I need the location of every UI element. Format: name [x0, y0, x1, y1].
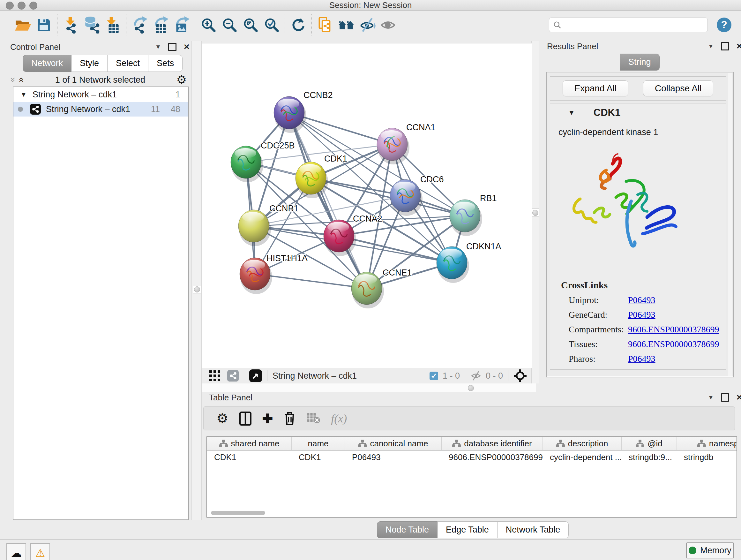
column-header-name[interactable]: name — [292, 437, 345, 450]
cdk1-section-header[interactable]: ▼ CDK1 — [550, 104, 726, 122]
table-row[interactable]: CDK1CDK1P064939606.ENSP00000378699cyclin… — [207, 450, 737, 464]
delete-table-icon[interactable] — [307, 413, 320, 424]
column-header-shared-name[interactable]: shared name — [207, 437, 292, 450]
fit-selection-crosshair-icon[interactable] — [514, 369, 527, 382]
panel-menu-icon[interactable]: ▼ — [708, 394, 714, 401]
function-builder-icon[interactable]: f(x) — [331, 412, 347, 425]
crosslink-link[interactable]: 9606.ENSP00000378699 — [628, 339, 719, 349]
table-cell[interactable]: stringdb — [677, 452, 737, 462]
tab-sets[interactable]: Sets — [148, 55, 183, 72]
help-button[interactable]: ? — [717, 17, 731, 32]
left-splitter-handle[interactable] — [193, 285, 201, 294]
panel-float-icon[interactable] — [168, 43, 177, 51]
panel-menu-icon[interactable]: ▼ — [708, 43, 714, 50]
show-columns-icon[interactable] — [239, 412, 252, 426]
tab-node-table[interactable]: Node Table — [377, 521, 437, 538]
show-all-eye-button[interactable] — [378, 14, 399, 36]
network-node-CCNB2[interactable]: CCNB2 — [274, 90, 333, 133]
tab-string[interactable]: String — [620, 54, 660, 71]
section-collapse-icon[interactable]: ▼ — [568, 109, 575, 117]
table-cell[interactable]: CDK1 — [207, 452, 292, 462]
cloud-button[interactable]: ☁ — [6, 543, 26, 560]
crosslink-link[interactable]: P06493 — [628, 310, 656, 320]
warnings-button[interactable]: ⚠ — [30, 543, 50, 560]
network-collection-row[interactable]: ▼ String Network – cdk1 1 — [13, 87, 188, 102]
network-row-selected[interactable]: String Network – cdk1 11 48 — [13, 102, 188, 117]
network-node-CCNE1[interactable]: CCNE1 — [351, 268, 412, 308]
panel-close-icon[interactable]: ✕ — [736, 43, 741, 50]
column-header-canonical-name[interactable]: canonical name — [345, 437, 442, 450]
column-header-description[interactable]: description — [543, 437, 622, 450]
panel-menu-icon[interactable]: ▼ — [155, 43, 161, 51]
crosslink-label: Pharos: — [569, 354, 628, 364]
network-share-icon[interactable] — [227, 370, 239, 381]
hide-selected-eye-slash-button[interactable] — [357, 14, 378, 36]
panel-close-icon[interactable]: ✕ — [736, 394, 741, 401]
table-horizontal-scrollbar[interactable] — [211, 511, 265, 515]
tab-edge-table[interactable]: Edge Table — [437, 521, 497, 538]
network-node-RB1[interactable]: RB1 — [450, 193, 497, 236]
selected-checkbox-icon[interactable] — [429, 372, 438, 380]
grid-view-icon[interactable] — [209, 370, 220, 381]
zoom-out-button[interactable] — [219, 14, 240, 36]
import-table-file-button[interactable] — [102, 14, 123, 36]
network-node-CDKN1A[interactable]: CDKN1A — [436, 242, 501, 283]
node-label-CDC6: CDC6 — [420, 175, 444, 184]
birds-eye-view-icon[interactable] — [249, 369, 262, 382]
results-scrollbar[interactable] — [728, 73, 732, 376]
collapse-all-button[interactable]: Collapse All — [643, 80, 713, 97]
search-box[interactable] — [549, 17, 708, 32]
node-table: shared namenamecanonical namedatabase id… — [206, 436, 737, 517]
save-session-button[interactable] — [33, 14, 54, 36]
panel-float-icon[interactable] — [721, 393, 729, 401]
export-network-button[interactable] — [129, 14, 150, 36]
column-header--id[interactable]: @id — [622, 437, 677, 450]
tab-style[interactable]: Style — [71, 55, 108, 72]
control-panel-title: Control Panel — [10, 42, 61, 52]
network-node-CDK1[interactable]: CDK1 — [295, 154, 347, 198]
table-cell[interactable]: P06493 — [345, 452, 442, 462]
network-node-CDC6[interactable]: CDC6 — [390, 175, 444, 216]
crosslink-link[interactable]: P06493 — [628, 295, 656, 305]
expand-all-icon[interactable]: « — [16, 77, 26, 82]
zoom-selected-button[interactable] — [261, 14, 282, 36]
tab-select[interactable]: Select — [108, 55, 148, 72]
import-network-database-button[interactable] — [81, 14, 102, 36]
refresh-button[interactable] — [288, 14, 309, 36]
delete-column-trash-icon[interactable] — [284, 411, 296, 426]
right-splitter-handle[interactable] — [531, 208, 539, 217]
panel-float-icon[interactable] — [721, 42, 729, 51]
search-input[interactable] — [561, 20, 704, 30]
crosslink-link[interactable]: P06493 — [628, 354, 656, 364]
network-options-gear-icon[interactable]: ⚙ — [177, 73, 187, 86]
zoom-fit-button[interactable] — [240, 14, 261, 36]
network-canvas[interactable]: CCNB2CCNA1CDC25BCDK1CDC6RB1CCNB1CCNA2CDK… — [202, 43, 532, 368]
open-session-button[interactable] — [12, 14, 33, 36]
column-header-namespace[interactable]: namespace — [677, 437, 737, 450]
export-table-button[interactable] — [150, 14, 171, 36]
import-network-file-button[interactable] — [60, 14, 81, 36]
duplicate-page-button[interactable] — [315, 14, 336, 36]
crosslink-link[interactable]: 9606.ENSP00000378699 — [628, 324, 719, 334]
network-node-HIST1H1A[interactable]: HIST1H1A — [240, 253, 308, 294]
table-options-gear-icon[interactable]: ⚙ — [216, 411, 228, 426]
collapse-all-icon[interactable]: « — [7, 77, 17, 82]
apps-houses-icon-button[interactable] — [336, 14, 357, 36]
expand-all-button[interactable]: Expand All — [562, 80, 628, 97]
zoom-in-button[interactable] — [198, 14, 219, 36]
table-cell[interactable]: CDK1 — [292, 452, 345, 462]
column-header-database-identifier[interactable]: database identifier — [442, 437, 543, 450]
add-column-plus-icon[interactable]: ✚ — [262, 411, 273, 426]
tab-network-table[interactable]: Network Table — [497, 521, 569, 538]
table-cell[interactable]: cyclin-dependent ... — [543, 452, 622, 462]
memory-button[interactable]: Memory — [686, 543, 734, 558]
tab-network[interactable]: Network — [23, 55, 71, 72]
network-node-count: 11 — [151, 105, 160, 114]
panel-close-icon[interactable]: ✕ — [184, 43, 190, 51]
horizontal-splitter-handle[interactable] — [468, 385, 474, 391]
network-node-CCNB1[interactable]: CCNB1 — [239, 204, 299, 246]
table-cell[interactable]: stringdb:9... — [622, 452, 677, 462]
export-image-button[interactable] — [171, 14, 192, 36]
collection-expand-icon[interactable]: ▼ — [20, 91, 27, 98]
table-cell[interactable]: 9606.ENSP00000378699 — [442, 452, 543, 462]
